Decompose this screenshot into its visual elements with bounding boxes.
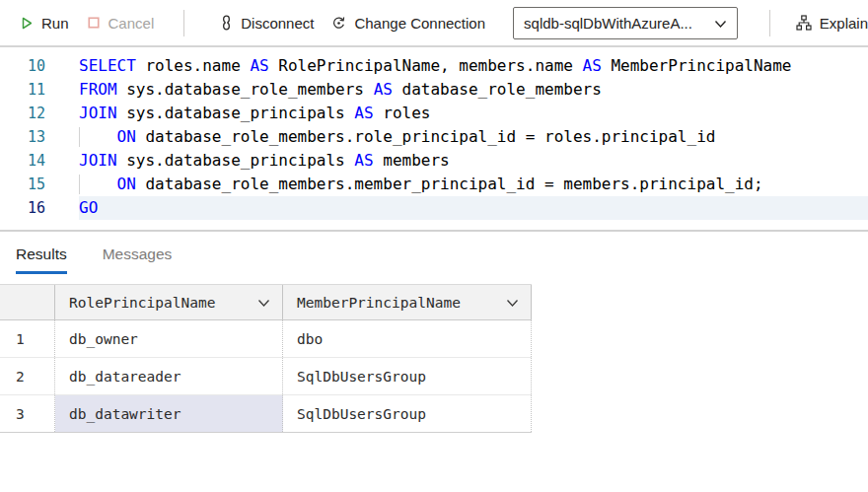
table-row: 2db_datareaderSqlDbUsersGroup: [0, 358, 532, 395]
sql-keyword: GO: [79, 198, 98, 217]
grid-header: RolePrincipalName MemberPrincipalName: [0, 284, 532, 320]
disconnect-button[interactable]: Disconnect: [220, 15, 314, 32]
sql-text: sys.database_role_members: [117, 80, 374, 99]
explain-label: Explain: [820, 15, 868, 32]
sql-text: sys.database_principals: [117, 104, 355, 122]
sql-text: roles: [374, 104, 431, 122]
code-line[interactable]: 12JOIN sys.database_principals AS roles: [0, 102, 868, 125]
column-header-memberprincipalname[interactable]: MemberPrincipalName: [283, 285, 532, 319]
code-text[interactable]: ON database_role_members.role_principal_…: [79, 125, 868, 149]
sql-keyword: AS: [374, 80, 393, 99]
row-number-header: [0, 285, 55, 319]
code-line[interactable]: 11FROM sys.database_role_members AS data…: [0, 78, 868, 102]
table-cell[interactable]: db_owner: [55, 320, 283, 357]
sql-keyword: SELECT: [79, 56, 136, 75]
code-line[interactable]: 16GO: [0, 196, 868, 220]
indent-guide: [79, 127, 80, 147]
refresh-connection-icon: [331, 16, 346, 31]
code-line[interactable]: 15 ON database_role_members.member_princ…: [0, 173, 868, 196]
table-row: 3db_datawriterSqlDbUsersGroup: [0, 395, 532, 433]
cancel-label: Cancel: [108, 15, 155, 32]
play-icon: [20, 16, 34, 31]
chevron-down-icon[interactable]: [506, 295, 519, 311]
sql-keyword: ON: [117, 127, 136, 146]
code-text[interactable]: JOIN sys.database_principals AS roles: [79, 102, 868, 125]
code-lines: 10SELECT roles.name AS RolePrincipalName…: [0, 54, 868, 220]
column-header-roleprincipalname[interactable]: RolePrincipalName: [55, 285, 283, 319]
tab-messages[interactable]: Messages: [103, 246, 173, 274]
row-number[interactable]: 2: [0, 358, 55, 394]
column-header-label: MemberPrincipalName: [297, 295, 461, 311]
explain-button[interactable]: Explain: [796, 15, 868, 32]
sql-text: database_role_members: [393, 80, 602, 99]
line-number: 14: [0, 149, 45, 173]
sql-keyword: AS: [250, 56, 268, 75]
sql-text: RolePrincipalName, members.name: [269, 56, 583, 75]
table-cell[interactable]: db_datawriter: [55, 395, 283, 432]
results-tabs: Results Messages: [0, 232, 868, 274]
change-connection-label: Change Connection: [354, 15, 485, 32]
code-text[interactable]: FROM sys.database_role_members AS databa…: [79, 78, 868, 102]
stop-square-icon: [87, 16, 101, 30]
code-line[interactable]: 13 ON database_role_members.role_princip…: [0, 125, 868, 149]
code-line[interactable]: 14JOIN sys.database_principals AS member…: [0, 149, 868, 173]
sql-keyword: ON: [117, 175, 136, 193]
chevron-down-icon: [714, 15, 727, 32]
line-number: 12: [0, 102, 45, 125]
query-toolbar: Run Cancel Disconnect Change Connection: [0, 0, 868, 47]
row-number[interactable]: 1: [0, 320, 55, 357]
sql-keyword: FROM: [79, 80, 117, 99]
disconnect-label: Disconnect: [241, 15, 314, 32]
code-text[interactable]: SELECT roles.name AS RolePrincipalName, …: [79, 54, 868, 78]
sql-text: members: [374, 151, 450, 170]
sql-keyword: AS: [354, 104, 373, 122]
code-text[interactable]: JOIN sys.database_principals AS members: [79, 149, 868, 173]
table-cell[interactable]: SqlDbUsersGroup: [283, 358, 532, 394]
code-editor[interactable]: 10SELECT roles.name AS RolePrincipalName…: [0, 47, 868, 232]
grid-body: 1db_ownerdbo2db_datareaderSqlDbUsersGrou…: [0, 320, 532, 433]
line-number: 13: [0, 125, 45, 149]
sql-text: roles.name: [136, 56, 251, 75]
row-number[interactable]: 3: [0, 395, 55, 432]
connection-dropdown-value: sqldb-sqlDbWithAzureA...: [524, 15, 692, 32]
change-connection-button[interactable]: Change Connection: [331, 15, 485, 32]
line-number: 16: [0, 196, 45, 220]
code-text[interactable]: ON database_role_members.member_principa…: [79, 173, 868, 196]
run-button[interactable]: Run: [20, 15, 69, 32]
sql-keyword: AS: [354, 151, 373, 170]
chevron-down-icon[interactable]: [257, 295, 270, 311]
sql-text: [79, 175, 117, 193]
line-number: 11: [0, 78, 45, 102]
toolbar-separator: [183, 10, 184, 36]
sql-text: database_role_members.role_principal_id …: [136, 127, 716, 146]
results-panel: Results Messages RolePrincipalName Membe…: [0, 232, 868, 433]
code-line[interactable]: 10SELECT roles.name AS RolePrincipalName…: [0, 54, 868, 78]
sql-keyword: JOIN: [79, 151, 117, 170]
tab-results[interactable]: Results: [16, 246, 67, 274]
connection-dropdown[interactable]: sqldb-sqlDbWithAzureA...: [513, 7, 738, 39]
line-number: 10: [0, 54, 45, 78]
column-header-label: RolePrincipalName: [69, 295, 215, 311]
table-cell[interactable]: dbo: [283, 320, 532, 357]
sql-keyword: JOIN: [79, 104, 117, 122]
org-chart-icon: [796, 15, 812, 31]
cancel-button[interactable]: Cancel: [87, 15, 155, 32]
sql-text: MemberPrincipalName: [602, 56, 792, 75]
sql-text: sys.database_principals: [117, 151, 355, 170]
sql-keyword: AS: [583, 56, 602, 75]
disconnect-link-icon: [220, 15, 233, 31]
table-cell[interactable]: SqlDbUsersGroup: [283, 395, 532, 432]
code-text[interactable]: GO: [79, 196, 868, 220]
toolbar-separator: [769, 10, 770, 36]
line-number: 15: [0, 173, 45, 196]
indent-guide: [79, 175, 80, 194]
results-grid: RolePrincipalName MemberPrincipalName 1d…: [0, 284, 532, 433]
table-cell[interactable]: db_datareader: [55, 358, 283, 394]
sql-text: [79, 127, 117, 146]
sql-text: database_role_members.member_principal_i…: [136, 175, 763, 193]
run-label: Run: [41, 15, 69, 32]
table-row: 1db_ownerdbo: [0, 320, 532, 358]
